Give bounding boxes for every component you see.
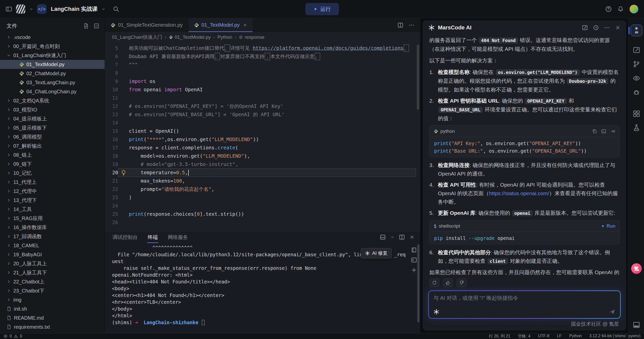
lightbulb-icon[interactable] — [118, 169, 129, 177]
line-number[interactable]: 17 — [105, 144, 118, 152]
juejin-badge[interactable]: 氪 — [629, 263, 644, 274]
tree-item[interactable]: 23_Chatbot下 — [0, 286, 105, 295]
split-terminal-icon[interactable] — [399, 234, 405, 240]
tree-item[interactable]: 04_ChatLongChain.py — [0, 87, 105, 96]
code-line[interactable]: 25print(response.choices[0].text.strip()… — [105, 210, 420, 218]
apply-icon[interactable] — [610, 129, 615, 134]
code-line[interactable]: 16print("****",os.environ.get("LLM_MODEL… — [105, 135, 420, 144]
code-line[interactable]: 13# os.environ["OPENAI_BASE_URL"] = 'Ope… — [105, 110, 420, 119]
line-number[interactable]: 6 — [105, 52, 118, 61]
tree-item[interactable]: 13_代理下 — [0, 196, 105, 205]
tree-item[interactable]: 07_解析输出 — [0, 141, 105, 150]
code-line[interactable]: 21 max_tokens=100, — [105, 177, 420, 185]
line-number[interactable]: 19 — [105, 160, 118, 168]
tree-item[interactable]: img — [0, 295, 105, 304]
help-icon[interactable] — [605, 6, 612, 12]
tree-item[interactable]: 19_BabyAGI — [0, 250, 105, 259]
panel-layout-icon[interactable] — [629, 321, 644, 329]
line-number[interactable]: 9 — [105, 77, 118, 86]
run-button[interactable]: 运行 — [306, 3, 339, 15]
tree-item[interactable]: .vscode — [0, 33, 105, 42]
tree-item[interactable]: 11_代理上 — [0, 178, 105, 187]
tree-item[interactable]: 06_调用模型 — [0, 132, 105, 141]
debug-icon[interactable] — [629, 89, 644, 96]
line-number[interactable]: 15 — [105, 127, 118, 135]
history-icon[interactable] — [593, 25, 599, 31]
workspace-title[interactable]: LangChain 实战课 — [51, 5, 98, 13]
tree-item[interactable]: 17_回调函数 — [0, 232, 105, 241]
preview-icon[interactable] — [629, 74, 644, 82]
code-line[interactable]: 22 prompt="请给我的花店起个名", — [105, 185, 420, 193]
status-item[interactable]: 3.12.2 64-bit ('shims': pyenv) — [589, 334, 640, 339]
breadcrumb-item[interactable]: response — [239, 34, 264, 40]
line-number[interactable]: 11 — [105, 94, 118, 102]
split-editor-icon[interactable] — [397, 22, 403, 28]
copy-icon[interactable] — [592, 129, 597, 134]
code-line[interactable]: 20 temperature=0.5, — [105, 168, 420, 177]
tree-item[interactable]: 10_记忆 — [0, 168, 105, 178]
tree-item[interactable]: 21_人脉工具下 — [0, 268, 105, 277]
tree-item[interactable]: 03_模型IO — [0, 105, 105, 114]
breadcrumb-item[interactable]: Python — [217, 34, 232, 40]
line-number[interactable]: 16 — [105, 135, 118, 144]
tree-item[interactable]: 18_CAMEL — [0, 241, 105, 250]
more-icon[interactable] — [604, 25, 610, 31]
editor-tab[interactable]: 01_SimpleTextGeneration.py — [105, 18, 188, 32]
tree-item[interactable]: init.sh — [0, 304, 105, 313]
line-number[interactable]: 23 — [105, 193, 118, 202]
line-number[interactable]: 18 — [105, 152, 118, 160]
new-chat-icon[interactable] — [582, 25, 588, 31]
breadcrumb-item[interactable]: 01_TextModel.py — [169, 34, 211, 40]
collapse-all-icon[interactable] — [94, 23, 100, 29]
link[interactable]: https://status.openai.com/ — [489, 190, 549, 196]
editor-tab[interactable]: 01_TextModel.py — [188, 18, 253, 32]
code-line[interactable]: 5相关功能可以被ChatCompletion接口替代。详情可见 https://… — [105, 44, 420, 52]
more-actions-icon[interactable] — [408, 22, 414, 28]
terminsert-icon[interactable] — [601, 129, 606, 134]
notebook-icon[interactable] — [629, 46, 644, 54]
code-line[interactable]: 15client = OpenAI() — [105, 127, 420, 135]
line-number[interactable]: 24 — [105, 202, 118, 210]
tree-item[interactable]: 03_TextLangChain.py — [0, 78, 105, 87]
tree-item[interactable]: 02_ChatModel.py — [0, 69, 105, 78]
line-number[interactable]: 13 — [105, 110, 118, 119]
panel-tab[interactable]: 网络服务 — [167, 232, 188, 243]
tree-item[interactable]: 02_文档QA系统 — [0, 96, 105, 105]
run-code-button[interactable]: Run — [601, 222, 615, 230]
problems-indicator[interactable]: 0 0 — [4, 334, 22, 338]
line-number[interactable]: 7 — [105, 61, 118, 69]
search-icon[interactable] — [113, 6, 119, 12]
close-tab-icon[interactable] — [243, 23, 247, 27]
chevron-down-icon[interactable] — [29, 7, 33, 11]
sidebar-toggle-icon[interactable] — [6, 6, 12, 12]
code-line[interactable]: 12# os.environ["OPENAI_API_KEY"] = '你的Op… — [105, 102, 420, 110]
tree-item[interactable]: 01_LangChain快速入门 — [0, 51, 105, 60]
terminal-scrollbar[interactable] — [417, 244, 420, 322]
new-terminal-icon[interactable] — [411, 267, 417, 273]
new-file-icon[interactable] — [83, 23, 89, 29]
chevron-down-icon[interactable] — [390, 235, 394, 239]
line-number[interactable]: 25 — [105, 210, 118, 218]
tree-item[interactable]: 00_开篇词_奇点时刻 — [0, 42, 105, 51]
breadcrumb-item[interactable]: 01_LangChain快速入门 — [112, 34, 162, 40]
ai-fix-button[interactable]: AI 修复 — [361, 248, 392, 259]
tree-item[interactable]: 15_RAG应用 — [0, 214, 105, 223]
line-number[interactable]: 21 — [105, 177, 118, 185]
panel-tab[interactable]: 调试控制台 — [112, 232, 138, 243]
code-line[interactable]: 7""" — [105, 61, 420, 69]
status-item[interactable]: 行 20, 列 21 — [489, 334, 510, 339]
marscode-ai-activity[interactable]: AI — [629, 25, 644, 36]
close-icon[interactable] — [615, 25, 621, 30]
tree-item[interactable]: 20_人脉工具上 — [0, 259, 105, 268]
thumbs-down-button[interactable] — [457, 278, 467, 287]
close-panel-icon[interactable] — [409, 235, 414, 240]
extensions-icon[interactable] — [629, 110, 644, 117]
ai-chat-content[interactable]: 的服务器返回了一个 404 Not Found 错误。这通常意味着您尝试访问的资… — [423, 34, 626, 276]
code-line[interactable]: 23) — [105, 193, 420, 202]
code-line[interactable]: 24 — [105, 202, 420, 210]
code-line[interactable]: 19 # model="gpt-3.5-turbo-instruct", — [105, 160, 420, 168]
status-item[interactable]: Python — [569, 334, 582, 339]
status-item[interactable]: UTF-8 — [538, 334, 549, 339]
line-number[interactable]: 10 — [105, 86, 118, 94]
code-line[interactable]: 14 — [105, 119, 420, 127]
